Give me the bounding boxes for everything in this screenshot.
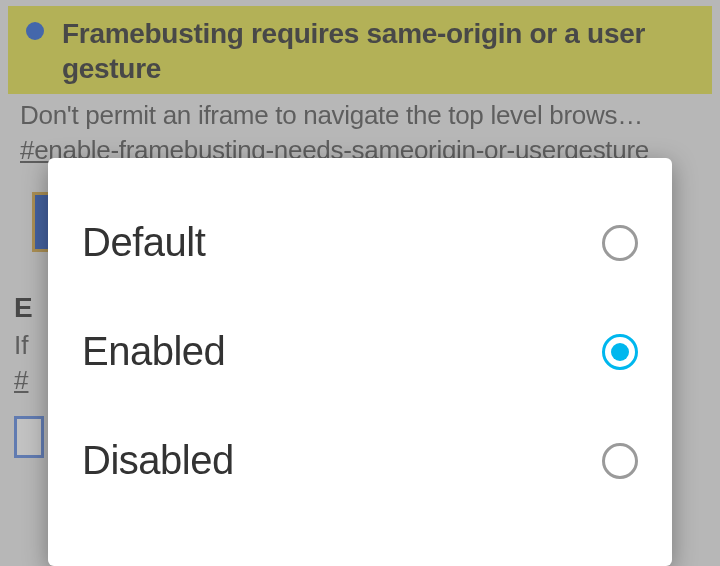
- option-enabled[interactable]: Enabled: [48, 297, 672, 406]
- option-label: Enabled: [82, 329, 225, 374]
- modified-indicator-icon: [26, 22, 44, 40]
- flag-dropdown-button[interactable]: [14, 416, 44, 458]
- radio-icon: [602, 443, 638, 479]
- option-label: Disabled: [82, 438, 234, 483]
- radio-icon-selected: [602, 334, 638, 370]
- radio-icon: [602, 225, 638, 261]
- flag-title-row: Framebusting requires same-origin or a u…: [8, 6, 712, 94]
- option-default[interactable]: Default: [48, 188, 672, 297]
- flag-description: Don't permit an iframe to navigate the t…: [8, 94, 712, 133]
- option-label: Default: [82, 220, 205, 265]
- flag-title: Framebusting requires same-origin or a u…: [62, 16, 700, 86]
- option-dialog: Default Enabled Disabled: [48, 158, 672, 566]
- option-disabled[interactable]: Disabled: [48, 406, 672, 515]
